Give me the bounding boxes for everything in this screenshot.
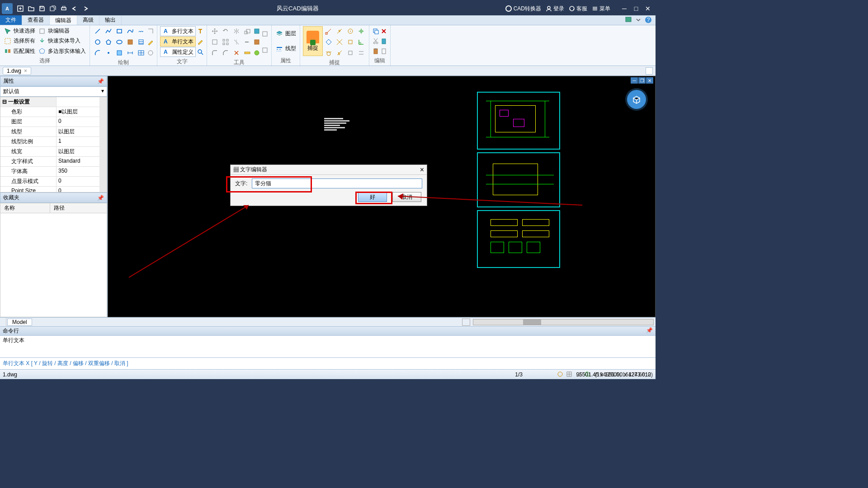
polyline-tool-icon[interactable] xyxy=(104,26,113,36)
file-tab-close-icon[interactable]: × xyxy=(24,68,27,74)
ribbon-dropdown-icon[interactable] xyxy=(625,16,633,24)
command-history[interactable]: 单行文本 xyxy=(0,336,656,357)
tool-extra3-icon[interactable] xyxy=(253,49,260,56)
scale-tool-icon[interactable] xyxy=(242,26,252,36)
attr-def-button[interactable]: A属性定义 xyxy=(160,47,196,57)
status-snap-icon[interactable] xyxy=(557,371,564,378)
save-icon[interactable] xyxy=(37,4,47,14)
tool-extra2-icon[interactable] xyxy=(253,38,260,46)
layout-dropdown-icon[interactable] xyxy=(462,319,470,326)
snap-par-icon[interactable] xyxy=(356,48,366,58)
paste-special-icon[interactable] xyxy=(380,38,387,45)
spline-tool-icon[interactable] xyxy=(125,26,135,36)
offset-tool-icon[interactable] xyxy=(210,37,220,47)
open-icon[interactable] xyxy=(26,4,36,14)
tab-advanced[interactable]: 高级 xyxy=(77,15,99,25)
paste-icon[interactable] xyxy=(372,47,379,55)
horizontal-scrollbar[interactable] xyxy=(473,319,654,325)
quick-select-button[interactable]: 快速选择 xyxy=(3,27,36,36)
cut-icon[interactable] xyxy=(372,38,379,45)
block-editor-button[interactable]: 块编辑器 xyxy=(37,27,87,36)
fav-col-path[interactable]: 路径 xyxy=(50,203,68,213)
fav-col-name[interactable]: 名称 xyxy=(0,203,50,213)
login-button[interactable]: 登录 xyxy=(546,5,564,13)
tool-extra5-icon[interactable] xyxy=(261,47,269,54)
hatch-tool-icon[interactable] xyxy=(136,37,146,47)
snap-ins-icon[interactable] xyxy=(345,37,355,47)
view-cube-icon[interactable] xyxy=(627,90,646,109)
dialog-text-input[interactable] xyxy=(252,178,422,188)
move-tool-icon[interactable] xyxy=(210,26,220,36)
new-icon[interactable] xyxy=(15,4,25,14)
circle-tool-icon[interactable] xyxy=(93,37,103,47)
print-icon[interactable] xyxy=(59,4,69,14)
draw-extra1-icon[interactable] xyxy=(147,28,154,35)
undo-icon[interactable] xyxy=(70,4,80,14)
help-icon[interactable]: ? xyxy=(645,16,653,24)
explode-tool-icon[interactable] xyxy=(231,48,241,58)
snap-perp-icon[interactable] xyxy=(356,37,366,47)
text-style-icon[interactable] xyxy=(197,28,204,35)
file-tab[interactable]: 1.dwg × xyxy=(3,67,31,75)
snap-tan-icon[interactable] xyxy=(324,48,334,58)
properties-grid[interactable]: ⊟ 一般设置 色彩■以图层 图层0 线型以图层 线型比例1 线宽以图层 文字样式… xyxy=(0,97,107,192)
saveall-icon[interactable] xyxy=(48,4,58,14)
clipboard-icon[interactable] xyxy=(380,47,387,55)
delete-icon[interactable] xyxy=(380,28,387,35)
file-tab-menu-icon[interactable] xyxy=(646,67,653,75)
polygon-tool-icon[interactable] xyxy=(104,37,113,47)
snap-app-icon[interactable] xyxy=(345,48,355,58)
snap-quad-icon[interactable] xyxy=(324,37,334,47)
snap-mid-icon[interactable] xyxy=(335,26,344,36)
snap-end-icon[interactable] xyxy=(324,26,334,36)
quick-import-button[interactable]: 快速实体导入 xyxy=(37,37,87,46)
maximize-icon[interactable]: □ xyxy=(631,4,641,14)
text-edit-icon[interactable] xyxy=(197,38,204,45)
tab-editor[interactable]: 编辑器 xyxy=(50,15,77,25)
status-grid-icon[interactable] xyxy=(566,371,573,378)
dim-tool-icon[interactable] xyxy=(125,48,135,58)
service-button[interactable]: 客服 xyxy=(569,5,587,13)
properties-filter-dropdown[interactable]: 默认值▾ xyxy=(0,86,107,97)
prop-scrollbar[interactable] xyxy=(99,97,107,192)
minimize-icon[interactable]: ─ xyxy=(619,4,629,14)
table-tool-icon[interactable] xyxy=(136,48,146,58)
measure-tool-icon[interactable] xyxy=(242,48,252,58)
vscroll-gutter[interactable] xyxy=(0,318,6,326)
command-input[interactable]: 单行文本 X [ Y / 旋转 / 高度 / 偏移 / 双重偏移 / 取消 ] xyxy=(0,357,656,369)
tool-extra1-icon[interactable] xyxy=(253,28,260,35)
ellipse-tool-icon[interactable] xyxy=(114,37,124,47)
pin-icon[interactable]: 📌 xyxy=(97,78,104,84)
dialog-close-icon[interactable]: × xyxy=(420,166,424,174)
redo-icon[interactable] xyxy=(80,4,90,14)
snap-big-button[interactable]: 捕捉 xyxy=(303,26,323,56)
pin-icon[interactable]: 📌 xyxy=(646,327,653,335)
multiline-text-button[interactable]: A多行文本 xyxy=(160,26,196,36)
cad-converter-button[interactable]: CAD转换器 xyxy=(505,5,541,13)
draw-extra3-icon[interactable] xyxy=(147,49,154,56)
trim-tool-icon[interactable] xyxy=(231,37,241,47)
snap-near-icon[interactable] xyxy=(335,48,344,58)
mirror-tool-icon[interactable] xyxy=(231,26,241,36)
fillet-tool-icon[interactable] xyxy=(210,48,220,58)
select-all-button[interactable]: 选择所有 xyxy=(3,37,36,46)
tab-viewer[interactable]: 查看器 xyxy=(22,15,50,25)
snap-int-icon[interactable] xyxy=(335,37,344,47)
layer-button[interactable]: 图层 xyxy=(274,29,297,38)
linetype-button[interactable]: 线型 xyxy=(274,44,297,53)
copy-icon[interactable] xyxy=(372,28,379,35)
menu-button[interactable]: 菜单 xyxy=(592,5,610,13)
dialog-ok-button[interactable]: 好 xyxy=(358,192,387,202)
ribbon-collapse-icon[interactable] xyxy=(635,16,643,24)
snap-center-icon[interactable] xyxy=(345,26,355,36)
polygon-input-button[interactable]: 多边形实体输入 xyxy=(37,47,87,56)
line-tool-icon[interactable] xyxy=(93,26,103,36)
close-icon[interactable]: ✕ xyxy=(643,4,653,14)
app-logo-icon[interactable]: A xyxy=(2,3,13,14)
cloud-tool-icon[interactable] xyxy=(136,26,146,36)
snap-node-icon[interactable] xyxy=(356,26,366,36)
single-text-button[interactable]: A单行文本 xyxy=(160,37,196,47)
match-prop-button[interactable]: 匹配属性 xyxy=(3,47,36,56)
model-tab[interactable]: Model xyxy=(7,319,32,326)
point-tool-icon[interactable] xyxy=(104,48,113,58)
